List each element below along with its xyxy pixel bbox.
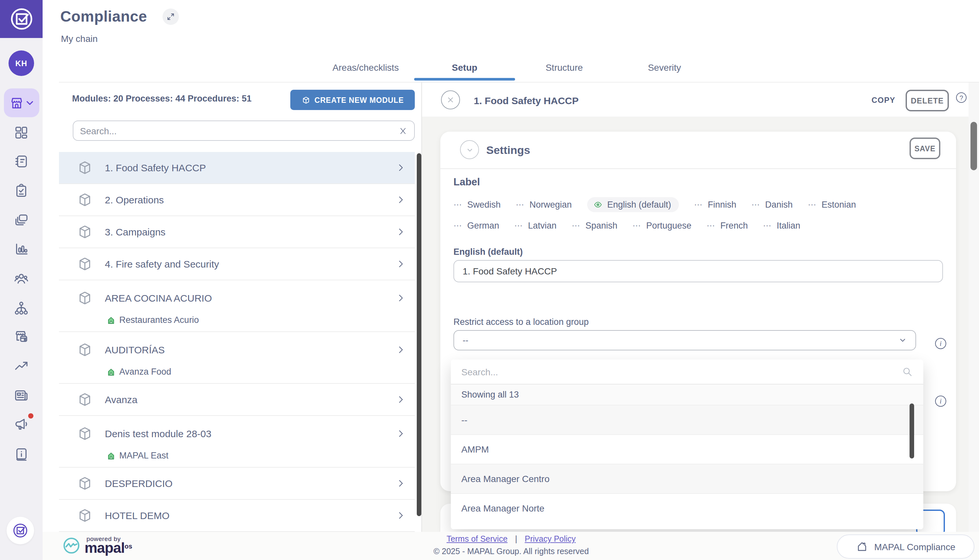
sidebar-item-store-calendar[interactable] <box>7 322 36 350</box>
sidebar-item-megaphone[interactable] <box>7 409 36 438</box>
dropdown-option[interactable]: AMPM <box>451 434 923 464</box>
dashboard-icon <box>14 125 29 140</box>
notebook-icon <box>14 153 29 169</box>
sidebar-item-trend[interactable] <box>7 351 36 380</box>
megaphone-icon <box>14 416 29 431</box>
dropdown-option[interactable]: Area Manager Norte <box>451 493 923 523</box>
create-new-module-button[interactable]: CREATE NEW MODULE <box>290 90 415 110</box>
sidebar-item-store[interactable] <box>3 88 39 117</box>
sidebar-item-people[interactable] <box>7 264 36 293</box>
module-name: 4. Fire safety and Security <box>105 258 219 270</box>
delete-button[interactable]: DELETE <box>906 90 949 111</box>
dropdown-search-input[interactable] <box>461 367 902 377</box>
module-row[interactable]: DESPERDICIO <box>59 468 415 500</box>
eye-icon <box>593 200 602 209</box>
chevron-right-icon <box>396 478 405 488</box>
dots-icon: ⋯ <box>514 222 524 230</box>
sidebar-item-news[interactable] <box>7 380 36 409</box>
module-search-input[interactable] <box>80 125 399 136</box>
language-option-english-default-[interactable]: English (default) <box>587 197 679 212</box>
restrict-access-label: Restrict access to a location group <box>454 317 589 327</box>
language-option-finnish[interactable]: ⋯Finnish <box>694 200 736 210</box>
location-group-select[interactable]: -- <box>454 330 916 350</box>
language-option-swedish[interactable]: ⋯Swedish <box>454 200 500 210</box>
module-name-input[interactable] <box>454 260 943 282</box>
store-icon <box>9 95 24 110</box>
module-location: MAPAL East <box>107 451 168 460</box>
chevron-right-icon <box>396 510 405 520</box>
chevron-down-icon <box>465 145 474 154</box>
sidebar-item-sitemap[interactable] <box>7 293 36 322</box>
language-option-norwegian[interactable]: ⋯Norwegian <box>516 200 572 210</box>
module-row[interactable]: AUDITORÍASAvanza Food <box>59 332 415 384</box>
language-option-estonian[interactable]: ⋯Estonian <box>808 200 856 210</box>
module-row[interactable]: Avanza <box>59 384 415 416</box>
module-list: 1. Food Safety HACCP2. Operations3. Camp… <box>59 152 415 532</box>
module-row[interactable]: 2. Operations <box>59 184 415 216</box>
detail-scrollbar-thumb[interactable] <box>971 122 977 170</box>
save-button[interactable]: SAVE <box>909 138 940 159</box>
dropdown-option[interactable]: Area Manager Centro <box>451 464 923 493</box>
privacy-policy-link[interactable]: Privacy Policy <box>525 535 576 543</box>
dots-icon: ⋯ <box>751 200 761 209</box>
tab-setup[interactable]: Setup <box>452 62 477 73</box>
module-box-icon <box>77 224 93 240</box>
language-option-french[interactable]: ⋯French <box>706 221 748 230</box>
sidebar-item-dashboard[interactable] <box>7 118 36 147</box>
location-house-icon <box>107 367 115 376</box>
language-option-danish[interactable]: ⋯Danish <box>751 200 792 210</box>
module-location: Restaurantes Acurio <box>107 315 199 325</box>
clear-search-icon[interactable] <box>399 126 408 135</box>
tab-areas-checklists[interactable]: Areas/checklists <box>333 62 399 73</box>
module-list-scrollbar[interactable] <box>417 153 421 516</box>
info-book-icon <box>14 447 29 462</box>
sidebar-item-clipboard-check[interactable] <box>7 176 36 205</box>
sidebar-item-info-book[interactable] <box>7 440 36 468</box>
user-avatar[interactable]: KH <box>8 50 34 76</box>
sidebar-item-notebook[interactable] <box>7 147 36 175</box>
dropdown-options: --AMPMArea Manager CentroArea Manager No… <box>451 405 923 523</box>
help-icon[interactable]: ? <box>956 92 967 103</box>
module-row[interactable]: HOTEL DEMO <box>59 500 415 532</box>
sidebar-item-cards[interactable] <box>7 205 36 234</box>
info-icon[interactable]: i <box>935 396 946 407</box>
collapse-settings-button[interactable] <box>460 140 479 159</box>
language-option-german[interactable]: ⋯German <box>454 221 499 230</box>
module-row[interactable]: Denis test module 28-03MAPAL East <box>59 416 415 468</box>
copy-button[interactable]: COPY <box>872 96 896 105</box>
module-row[interactable]: 3. Campaigns <box>59 216 415 248</box>
expand-button[interactable] <box>162 8 179 25</box>
info-icon[interactable]: i <box>935 338 946 349</box>
dropdown-scrollbar[interactable] <box>909 403 914 458</box>
mapal-wordmark: mapal <box>85 540 125 556</box>
tab-structure[interactable]: Structure <box>545 62 583 73</box>
language-option-portuguese[interactable]: ⋯Portuguese <box>632 221 691 230</box>
module-name: 3. Campaigns <box>105 226 165 237</box>
module-location: Avanza Food <box>107 367 171 377</box>
default-language-label: English (default) <box>454 247 523 257</box>
module-row[interactable]: 1. Food Safety HACCP <box>59 152 415 184</box>
module-row[interactable]: 4. Fire safety and Security <box>59 248 415 280</box>
bottom-logo[interactable] <box>7 517 34 544</box>
language-option-latvian[interactable]: ⋯Latvian <box>514 221 557 230</box>
copyright-text: © 2025 - MAPAL Group. All rights reserve… <box>384 547 639 556</box>
mapal-compliance-button[interactable]: MAPAL Compliance <box>837 535 974 559</box>
people-icon <box>14 271 29 286</box>
module-box-icon <box>77 507 93 523</box>
dots-icon: ⋯ <box>454 200 463 209</box>
module-box-icon <box>77 290 93 306</box>
sidebar-item-bar-chart[interactable] <box>7 235 36 263</box>
dropdown-option[interactable]: -- <box>451 405 923 434</box>
dots-icon: ⋯ <box>808 200 817 209</box>
divider <box>440 168 956 169</box>
language-option-spanish[interactable]: ⋯Spanish <box>572 221 618 230</box>
language-option-italian[interactable]: ⋯Italian <box>763 221 800 230</box>
active-tab-underline <box>414 78 515 80</box>
module-row[interactable]: AREA COCINA ACURIORestaurantes Acurio <box>59 280 415 332</box>
page-subtitle: My chain <box>61 33 98 44</box>
close-detail-button[interactable] <box>441 90 460 109</box>
chevron-down-icon <box>26 99 33 107</box>
terms-of-service-link[interactable]: Terms of Service <box>447 535 507 543</box>
app-logo[interactable] <box>0 0 43 38</box>
tab-severity[interactable]: Severity <box>648 62 681 73</box>
